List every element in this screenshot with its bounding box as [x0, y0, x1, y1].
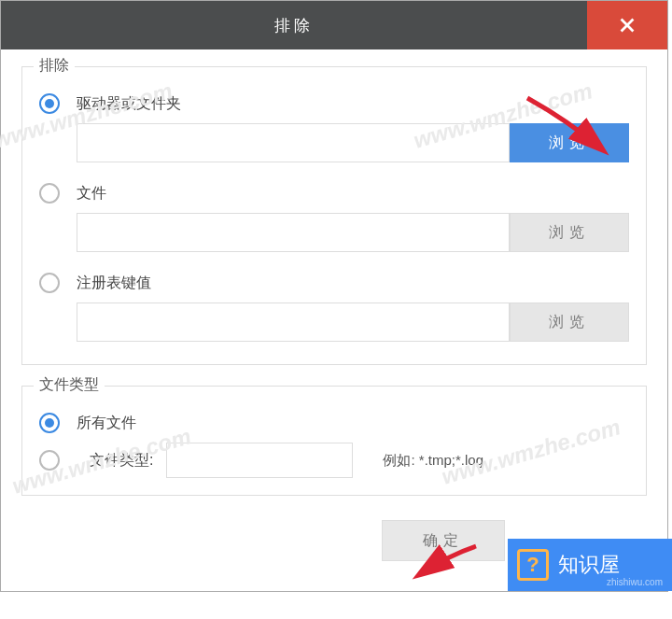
input-drive-or-folder[interactable] [77, 123, 510, 162]
option-file[interactable]: 文件 [39, 183, 629, 204]
titlebar: 排除 [1, 1, 667, 49]
dialog-body: 排除 驱动器或文件夹 浏览 文件 浏览 注册表键值 [1, 49, 667, 591]
dialog-title: 排除 [1, 1, 587, 49]
browse-file-button[interactable]: 浏览 [510, 213, 629, 252]
option-registry[interactable]: 注册表键值 [39, 273, 629, 293]
option-drive-or-folder[interactable]: 驱动器或文件夹 [39, 93, 629, 114]
browse-drive-or-folder-button[interactable]: 浏览 [510, 123, 629, 162]
option-file-type-label: 文件类型: [90, 451, 153, 471]
exclude-dialog: 排除 排除 驱动器或文件夹 浏览 文件 [0, 0, 668, 592]
badge-q-icon: ? [517, 549, 549, 581]
option-all-files[interactable]: 所有文件 [39, 413, 629, 433]
option-registry-label: 注册表键值 [77, 274, 151, 293]
option-file-type[interactable]: 文件类型: 例如: *.tmp;*.log [39, 443, 629, 478]
radio-drive-or-folder[interactable] [39, 93, 60, 114]
badge-url: zhishiwu.com [607, 577, 663, 587]
input-registry[interactable] [77, 302, 510, 342]
badge-name: 知识屋 [558, 551, 620, 579]
brand-badge: ? 知识屋 zhishiwu.com [508, 539, 672, 591]
radio-file[interactable] [39, 183, 60, 204]
option-drive-or-folder-label: 驱动器或文件夹 [77, 94, 181, 114]
group-filetype-title: 文件类型 [34, 375, 105, 395]
group-exclude-title: 排除 [34, 56, 75, 76]
input-file[interactable] [77, 213, 510, 252]
option-all-files-label: 所有文件 [77, 414, 136, 433]
option-file-label: 文件 [77, 184, 106, 204]
row-registry: 浏览 [77, 302, 629, 342]
close-button[interactable] [587, 1, 667, 49]
row-file: 浏览 [77, 213, 629, 252]
radio-all-files[interactable] [39, 413, 60, 433]
file-type-hint: 例如: *.tmp;*.log [383, 452, 483, 470]
close-icon [617, 15, 637, 35]
row-drive-or-folder: 浏览 [77, 123, 629, 162]
group-exclude: 排除 驱动器或文件夹 浏览 文件 浏览 注册表键值 [21, 66, 647, 365]
radio-registry[interactable] [39, 273, 60, 293]
group-filetype: 文件类型 所有文件 文件类型: 例如: *.tmp;*.log [21, 386, 647, 496]
radio-file-type[interactable] [39, 450, 60, 471]
browse-registry-button[interactable]: 浏览 [510, 302, 629, 342]
input-file-type[interactable] [166, 443, 353, 478]
confirm-button[interactable]: 确定 [382, 520, 505, 561]
